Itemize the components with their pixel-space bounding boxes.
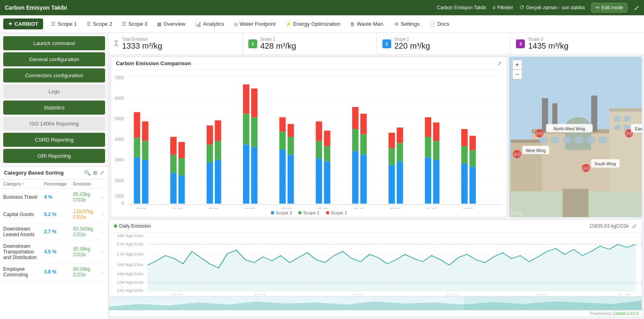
logs-button[interactable]: Logs (3, 84, 105, 99)
category-pct: 2.7 % (41, 223, 70, 241)
svg-text:7000: 7000 (115, 75, 124, 80)
daily-chart-expand-icon[interactable]: ⤢ (632, 223, 637, 229)
total-emission-metric: Σ Total Emission 1333 m³/kg (109, 33, 243, 54)
scope3-metric: 3 Scope 3 1435 m³/kg (510, 33, 644, 54)
navigator-bar[interactable] (109, 296, 642, 310)
svg-rect-18 (134, 112, 140, 138)
legend-scope2: Scope 2 (298, 210, 319, 215)
scope2-metric: 2 Scope 2 220 m³/kg (377, 33, 511, 54)
nav-tab-energy[interactable]: ⚡ Energy Optimization (281, 19, 345, 29)
metrics-strip: Σ Total Emission 1333 m³/kg 1 Scope 1 42… (109, 33, 644, 55)
daily-chart-title: Daily Emission (114, 223, 151, 229)
nav-tab-waste[interactable]: 🗑 Waste Man. (345, 19, 390, 29)
svg-rect-45 (287, 124, 294, 137)
svg-rect-99 (539, 137, 547, 143)
map-panel: + − (509, 57, 642, 217)
row-arrow[interactable]: → (97, 206, 108, 223)
svg-rect-49 (324, 161, 330, 204)
category-name: Business Travel (0, 189, 41, 206)
category-controls[interactable]: 🔍 ⊞ ⤢ (84, 170, 104, 176)
svg-text:04:00: 04:00 (446, 294, 458, 294)
category-name: Capital Goods (0, 206, 41, 223)
nav-tab-analytics[interactable]: 📊 Analytics (190, 19, 229, 29)
time-indicator: ⏱ Gerçek zaman - son dakika (520, 5, 585, 10)
category-name: Employee Commuting (0, 263, 41, 281)
svg-rect-51 (324, 131, 330, 146)
map-controls[interactable]: + − (512, 60, 522, 79)
svg-rect-55 (360, 155, 367, 204)
nav-logo[interactable]: ✦ CARBIOT (3, 19, 43, 29)
svg-rect-75 (469, 136, 476, 150)
general-config-button[interactable]: General configuration (3, 52, 105, 66)
svg-rect-29 (206, 144, 213, 163)
csrd-reporting-button[interactable]: CSRD Reporting (3, 133, 105, 147)
svg-rect-56 (360, 134, 367, 155)
svg-rect-106 (624, 116, 630, 121)
scope3-badge: 3 (516, 39, 525, 48)
pencil-icon: ✏ (596, 5, 600, 10)
row-arrow[interactable]: → (97, 223, 108, 241)
search-icon[interactable]: 🔍 (84, 170, 91, 176)
carbiot-link[interactable]: Carbiot v.3.6.3 (613, 311, 638, 316)
top-right-title: Carbon Emisyon Takibi (437, 5, 486, 10)
svg-marker-145 (148, 245, 636, 291)
bar-chart-expand-icon[interactable]: ⤢ (497, 60, 502, 66)
fullscreen-icon[interactable]: ⤢ (634, 4, 639, 12)
svg-text:Jul 04: Jul 04 (351, 294, 364, 294)
bar-chart-title: Carbon Emission Comparison (116, 60, 191, 66)
scope3-icon: ☰ (122, 21, 126, 27)
category-emission: 110.07kg CO2e (70, 206, 97, 223)
svg-text:South Wing: South Wing (594, 162, 616, 166)
svg-rect-72 (461, 129, 468, 146)
gri-reporting-button[interactable]: GRI Reporting (3, 149, 105, 163)
svg-rect-104 (599, 137, 607, 143)
bar-chart-panel: Carbon Emission Comparison ⤢ 7000 6000 5… (111, 57, 507, 217)
launch-command-button[interactable]: Launch command (3, 36, 105, 50)
category-pct: 5.2 % (41, 206, 70, 223)
columns-icon[interactable]: ⊞ (93, 170, 97, 176)
scope2-value: 220 m³/kg (394, 41, 430, 51)
nav-tab-water[interactable]: ◎ Water Footprint (229, 19, 281, 29)
zoom-out-button[interactable]: − (512, 70, 522, 79)
svg-text:4000: 4000 (115, 137, 124, 142)
svg-rect-102 (575, 137, 583, 143)
energy-icon: ⚡ (285, 21, 291, 27)
scope1-value: 428 m³/kg (260, 41, 296, 51)
top-bar-right: Carbon Emisyon Takibi ≡ Filtreler ⏱ Gerç… (437, 3, 639, 12)
nav-tab-scope3[interactable]: ☰ Scope 3 (117, 19, 153, 29)
statistics-button[interactable]: Statistics (3, 101, 105, 115)
svg-rect-39 (251, 88, 258, 117)
zoom-in-button[interactable]: + (512, 60, 522, 70)
nav-tab-scope1[interactable]: ☰ Scope 1 (46, 19, 82, 29)
daily-emission-panel: Daily Emission 15835.63 kgCO2e ⤢ 180 kgC… (109, 219, 642, 317)
iso-reporting-button[interactable]: ISO 14064 Reporting (3, 117, 105, 131)
nav-tab-overview[interactable]: ▦ Overview (152, 19, 190, 29)
svg-rect-105 (615, 116, 621, 121)
row-arrow[interactable]: → (97, 263, 108, 281)
expand-icon[interactable]: ⤢ (100, 170, 104, 176)
row-arrow[interactable]: → (97, 189, 108, 206)
nav-tab-docs[interactable]: 📄 Docs (425, 19, 454, 29)
svg-rect-100 (551, 137, 559, 143)
svg-text:6000: 6000 (115, 96, 124, 101)
connectors-config-button[interactable]: Connectors configuration (3, 68, 105, 82)
nav-tab-settings[interactable]: ⚙ Settings (390, 19, 425, 29)
legend-scope1: Scope 1 (326, 210, 347, 215)
svg-rect-28 (206, 163, 213, 204)
scope1-icon: ☰ (51, 21, 56, 27)
svg-text:180 kgCO2e: 180 kgCO2e (117, 234, 143, 238)
svg-text:3000: 3000 (115, 157, 124, 163)
svg-rect-46 (316, 158, 322, 204)
bar-chart-svg: 7000 6000 5000 4000 3000 2000 1000 0 (111, 70, 507, 209)
logo-icon: ✦ (8, 21, 12, 27)
svg-rect-53 (352, 129, 359, 151)
svg-rect-32 (215, 141, 221, 160)
svg-text:12:00: 12:00 (618, 294, 630, 294)
filters-btn[interactable]: ≡ Filtreler (493, 5, 513, 10)
nav-tab-scope2[interactable]: ☰ Scope 2 (82, 19, 117, 29)
svg-rect-68 (433, 141, 440, 160)
daily-line-svg: 180 kgCO2e 175 kgCO2e 170 kgCO2e 165 kgC… (109, 233, 642, 295)
scope1-label: Scope 1 (260, 37, 296, 41)
edit-mode-button[interactable]: ✏ Edit mode (591, 3, 627, 12)
row-arrow[interactable]: → (97, 241, 108, 263)
